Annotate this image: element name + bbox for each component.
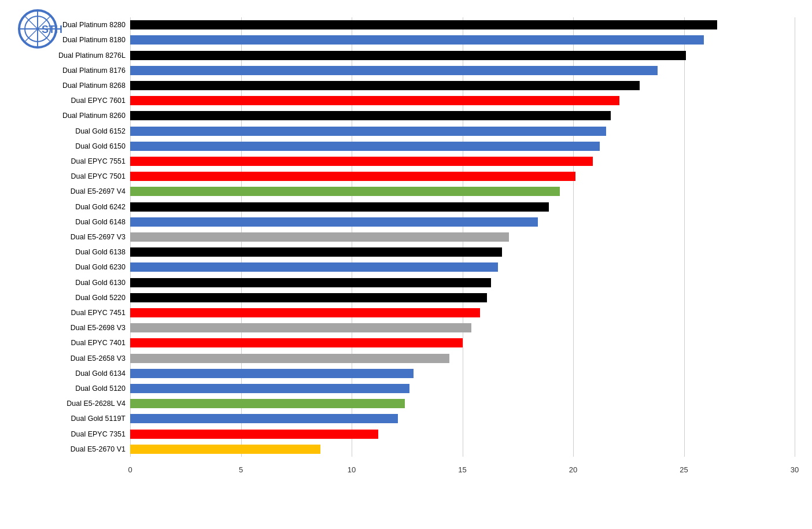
bar-23 <box>130 369 414 378</box>
bar-8 <box>130 142 600 151</box>
x-axis: 051015202530 <box>130 457 795 474</box>
chart-container: STH Dual Platinum 8280Dual Platinum 8180… <box>0 0 812 529</box>
bar-19 <box>130 308 480 317</box>
y-label-18: Dual Gold 5220 <box>17 291 130 304</box>
bar-row-16 <box>130 260 795 275</box>
svg-text:STH: STH <box>42 24 62 35</box>
bar-row-2 <box>130 47 795 62</box>
bar-row-4 <box>130 78 795 93</box>
bar-16 <box>130 262 498 272</box>
x-tick-5: 5 <box>239 465 243 474</box>
y-label-17: Dual Gold 6130 <box>17 276 130 289</box>
y-label-20: Dual E5-2698 V3 <box>17 321 130 334</box>
x-tick-20: 20 <box>569 465 577 474</box>
bar-row-14 <box>130 230 795 245</box>
bar-row-11 <box>130 184 795 199</box>
y-label-7: Dual Gold 6152 <box>17 125 130 138</box>
y-label-10: Dual EPYC 7501 <box>17 170 130 183</box>
bar-row-9 <box>130 154 795 169</box>
x-tick-25: 25 <box>680 465 688 474</box>
bar-14 <box>130 232 509 242</box>
y-label-3: Dual Platinum 8176 <box>17 64 130 77</box>
chart-area: Dual Platinum 8280Dual Platinum 8180Dual… <box>17 17 795 474</box>
bar-row-1 <box>130 32 795 47</box>
bar-row-3 <box>130 63 795 78</box>
bar-26 <box>130 414 398 423</box>
y-label-26: Dual Gold 5119T <box>17 412 130 425</box>
bar-4 <box>130 81 640 90</box>
y-label-9: Dual EPYC 7551 <box>17 155 130 168</box>
x-tick-15: 15 <box>458 465 466 474</box>
bar-row-28 <box>130 442 795 457</box>
y-label-4: Dual Platinum 8268 <box>17 79 130 92</box>
y-label-15: Dual Gold 6138 <box>17 246 130 258</box>
bar-row-25 <box>130 396 795 411</box>
bar-12 <box>130 202 549 212</box>
bar-0 <box>130 20 717 29</box>
bar-row-17 <box>130 275 795 290</box>
bar-row-8 <box>130 139 795 154</box>
x-tick-0: 0 <box>128 465 132 474</box>
bar-5 <box>130 96 619 105</box>
bar-6 <box>130 111 611 120</box>
y-label-22: Dual E5-2658 V3 <box>17 352 130 365</box>
y-label-23: Dual Gold 6134 <box>17 367 130 380</box>
bar-11 <box>130 187 560 196</box>
x-tick-30: 30 <box>791 465 799 474</box>
bar-25 <box>130 399 405 408</box>
bar-row-23 <box>130 366 795 381</box>
bar-row-5 <box>130 93 795 108</box>
y-axis-labels: Dual Platinum 8280Dual Platinum 8180Dual… <box>17 17 130 474</box>
y-label-27: Dual EPYC 7351 <box>17 428 130 441</box>
y-label-19: Dual EPYC 7451 <box>17 306 130 319</box>
y-label-25: Dual E5-2628L V4 <box>17 397 130 410</box>
bar-row-15 <box>130 245 795 260</box>
bar-17 <box>130 278 491 287</box>
bar-row-24 <box>130 381 795 396</box>
bar-27 <box>130 430 378 439</box>
y-label-8: Dual Gold 6150 <box>17 140 130 153</box>
bar-row-7 <box>130 123 795 138</box>
bar-row-26 <box>130 411 795 426</box>
y-label-14: Dual E5-2697 V3 <box>17 231 130 243</box>
y-label-2: Dual Platinum 8276L <box>17 49 130 62</box>
bars-area: 051015202530 <box>130 17 795 474</box>
y-label-12: Dual Gold 6242 <box>17 201 130 213</box>
logo: STH <box>17 9 64 49</box>
bar-22 <box>130 354 449 363</box>
x-tick-10: 10 <box>348 465 356 474</box>
bar-7 <box>130 127 606 136</box>
bar-row-19 <box>130 305 795 320</box>
bar-20 <box>130 323 471 332</box>
bar-row-12 <box>130 199 795 214</box>
bar-24 <box>130 384 409 393</box>
bar-13 <box>130 217 538 227</box>
bar-2 <box>130 51 686 60</box>
bar-18 <box>130 293 487 302</box>
bar-row-21 <box>130 335 795 350</box>
grid-and-bars: 051015202530 <box>130 17 795 474</box>
bar-row-22 <box>130 350 795 365</box>
bars-rows <box>130 17 795 457</box>
bar-1 <box>130 35 704 45</box>
bar-15 <box>130 247 502 257</box>
y-label-13: Dual Gold 6148 <box>17 216 130 228</box>
bar-row-18 <box>130 290 795 305</box>
bar-row-20 <box>130 320 795 335</box>
bar-28 <box>130 445 320 454</box>
y-label-6: Dual Platinum 8260 <box>17 109 130 122</box>
bar-10 <box>130 172 575 181</box>
y-label-11: Dual E5-2697 V4 <box>17 185 130 198</box>
y-label-28: Dual E5-2670 V1 <box>17 443 130 456</box>
bar-row-6 <box>130 108 795 123</box>
grid-line-30 <box>795 17 795 457</box>
bar-3 <box>130 66 658 75</box>
bar-9 <box>130 157 593 166</box>
y-label-21: Dual EPYC 7401 <box>17 336 130 349</box>
bar-21 <box>130 338 463 347</box>
bar-row-10 <box>130 169 795 184</box>
bar-row-27 <box>130 426 795 441</box>
y-label-5: Dual EPYC 7601 <box>17 94 130 107</box>
y-label-24: Dual Gold 5120 <box>17 382 130 395</box>
bar-row-13 <box>130 214 795 230</box>
